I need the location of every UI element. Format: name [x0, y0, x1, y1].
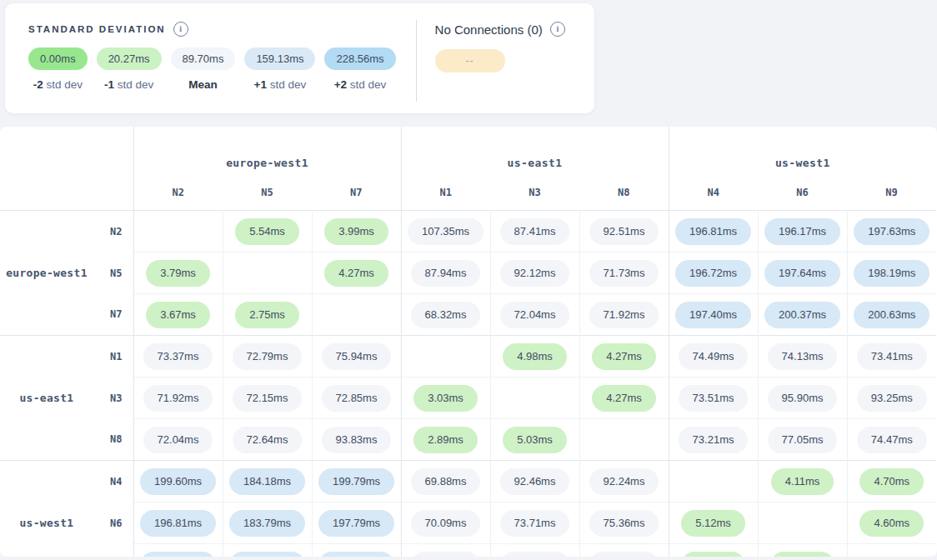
latency-value-pill[interactable]: 2.75ms — [235, 302, 299, 328]
latency-value-pill[interactable]: 72.79ms — [233, 343, 303, 370]
latency-value-pill[interactable]: 5.12ms — [681, 510, 745, 537]
no-connections-info-icon[interactable]: i — [550, 22, 565, 37]
latency-cell: 4.27ms — [579, 378, 669, 419]
latency-value-pill[interactable]: 3.99ms — [324, 218, 388, 245]
row-node-label: N6 — [93, 502, 133, 544]
latency-value-pill[interactable]: 77.05ms — [768, 427, 838, 453]
latency-value-pill[interactable]: 87.94ms — [411, 260, 481, 287]
latency-value-pill[interactable]: 3.79ms — [146, 260, 210, 287]
latency-cell: 74.47ms — [847, 419, 936, 461]
latency-value-pill[interactable]: 4.89ms — [770, 552, 834, 558]
latency-value-pill[interactable]: 89.82ms — [411, 552, 481, 558]
latency-value-pill[interactable]: 71.73ms — [589, 260, 659, 287]
latency-value-pill[interactable]: 200.37ms — [764, 302, 840, 328]
latency-cell: 73.41ms — [847, 336, 936, 378]
latency-cell: 107.35ms — [401, 211, 490, 252]
latency-value-pill[interactable]: 73.26ms — [589, 552, 659, 558]
latency-value-pill[interactable]: 183.79ms — [229, 510, 305, 537]
latency-value-pill[interactable]: 198.19ms — [854, 260, 929, 287]
latency-value-pill[interactable]: 197.64ms — [764, 260, 840, 287]
latency-value-pill[interactable]: 93.25ms — [857, 385, 927, 412]
row-region-label: us-west1 — [0, 461, 93, 558]
latency-value-pill[interactable]: 73.71ms — [500, 510, 570, 537]
std-dev-stop-label: -1 std dev — [104, 78, 153, 91]
latency-value-pill[interactable]: 199.57ms — [140, 552, 216, 558]
latency-value-pill[interactable]: 74.49ms — [679, 343, 749, 370]
latency-cell — [223, 252, 312, 294]
latency-cell: 87.41ms — [490, 211, 579, 252]
latency-cell: 200.63ms — [847, 294, 936, 336]
latency-value-pill[interactable]: 73.51ms — [679, 385, 749, 412]
latency-value-pill[interactable]: 68.32ms — [411, 302, 481, 328]
latency-value-pill[interactable]: 70.09ms — [411, 510, 481, 537]
latency-value-pill[interactable]: 92.51ms — [589, 218, 659, 245]
latency-cell: 71.73ms — [579, 252, 669, 294]
latency-value-pill[interactable]: 2.89ms — [413, 427, 478, 453]
latency-value-pill[interactable]: 95.90ms — [768, 385, 838, 412]
latency-cell: 197.40ms — [669, 294, 758, 336]
latency-value-pill[interactable]: 4.11ms — [771, 468, 834, 495]
latency-value-pill[interactable]: 4.70ms — [859, 468, 924, 495]
latency-value-pill[interactable]: 3.03ms — [413, 385, 478, 412]
latency-value-pill[interactable]: 92.46ms — [500, 468, 570, 495]
std-dev-stop-pill: 20.27ms — [97, 48, 162, 70]
latency-value-pill[interactable]: 72.04ms — [500, 302, 570, 328]
latency-value-pill[interactable]: 69.88ms — [411, 468, 481, 495]
latency-cell: 93.25ms — [847, 378, 936, 419]
latency-value-pill[interactable]: 75.36ms — [589, 510, 659, 537]
std-dev-info-icon[interactable]: i — [173, 22, 188, 37]
latency-cell: 184.18ms — [223, 461, 312, 502]
latency-value-pill[interactable]: 87.41ms — [500, 218, 570, 245]
latency-value-pill[interactable]: 4.27ms — [324, 260, 388, 287]
latency-value-pill[interactable]: 199.69ms — [318, 552, 394, 558]
latency-value-pill[interactable]: 196.72ms — [675, 260, 751, 287]
latency-value-pill[interactable]: 3.67ms — [146, 302, 210, 328]
latency-value-pill[interactable]: 184.18ms — [229, 468, 305, 495]
latency-value-pill[interactable]: 197.40ms — [675, 302, 751, 328]
row-region-label: europe-west1 — [0, 211, 93, 336]
latency-value-pill[interactable]: 200.63ms — [854, 302, 929, 328]
latency-value-pill[interactable]: 73.37ms — [143, 343, 213, 370]
latency-value-pill[interactable]: 74.13ms — [768, 343, 838, 370]
latency-value-pill[interactable]: 196.81ms — [140, 510, 216, 537]
latency-value-pill[interactable]: 196.17ms — [764, 218, 840, 245]
latency-value-pill[interactable]: 4.60ms — [859, 510, 924, 537]
latency-value-pill[interactable]: 73.41ms — [857, 343, 927, 370]
latency-value-pill[interactable]: 72.04ms — [143, 427, 213, 453]
latency-value-pill[interactable]: 196.81ms — [675, 218, 751, 245]
latency-value-pill[interactable]: 5.03ms — [503, 427, 567, 453]
latency-value-pill[interactable]: 71.92ms — [143, 385, 213, 412]
latency-cell — [133, 211, 223, 252]
latency-value-pill[interactable]: 182.88ms — [229, 552, 305, 558]
latency-value-pill[interactable]: 5.54ms — [235, 218, 299, 245]
latency-value-pill[interactable]: 4.27ms — [592, 385, 656, 412]
latency-value-pill[interactable]: 74.47ms — [857, 427, 927, 453]
latency-value-pill[interactable]: 197.79ms — [318, 510, 394, 537]
latency-cell: 196.81ms — [669, 211, 758, 252]
latency-value-pill[interactable]: 72.85ms — [322, 385, 392, 412]
latency-value-pill[interactable]: 4.42ms — [681, 552, 745, 558]
latency-cell: 197.63ms — [847, 211, 936, 252]
latency-cell: 4.60ms — [847, 502, 936, 544]
latency-value-pill[interactable]: 93.83ms — [322, 427, 392, 453]
std-dev-section: STANDARD DEVIATION i 0.00ms-2 std dev20.… — [5, 3, 396, 113]
latency-cell: 72.79ms — [223, 336, 312, 378]
latency-value-pill[interactable]: 197.63ms — [854, 218, 929, 245]
latency-value-pill[interactable]: 199.60ms — [140, 468, 216, 495]
row-group-us-west1: us-west1N4199.60ms184.18ms199.79ms69.88m… — [0, 461, 936, 558]
row-group-us-east1: us-east1N173.37ms72.79ms75.94ms4.98ms4.2… — [0, 336, 936, 461]
latency-value-pill[interactable]: 75.94ms — [322, 343, 392, 370]
row-group-europe-west1: europe-west1N25.54ms3.99ms107.35ms87.41m… — [0, 211, 936, 336]
latency-value-pill[interactable]: 199.79ms — [318, 468, 394, 495]
latency-value-pill[interactable]: 73.21ms — [679, 427, 749, 453]
latency-value-pill[interactable]: 4.98ms — [503, 343, 567, 370]
latency-value-pill[interactable]: 4.27ms — [592, 343, 656, 370]
latency-value-pill[interactable]: 81.38ms — [500, 552, 570, 558]
latency-value-pill[interactable]: 72.64ms — [233, 427, 303, 453]
latency-value-pill[interactable]: 92.24ms — [589, 468, 659, 495]
latency-value-pill[interactable]: 72.15ms — [233, 385, 303, 412]
latency-value-pill[interactable]: 71.92ms — [589, 302, 659, 328]
latency-cell — [401, 336, 490, 378]
latency-value-pill[interactable]: 92.12ms — [500, 260, 570, 287]
latency-value-pill[interactable]: 107.35ms — [408, 218, 484, 245]
